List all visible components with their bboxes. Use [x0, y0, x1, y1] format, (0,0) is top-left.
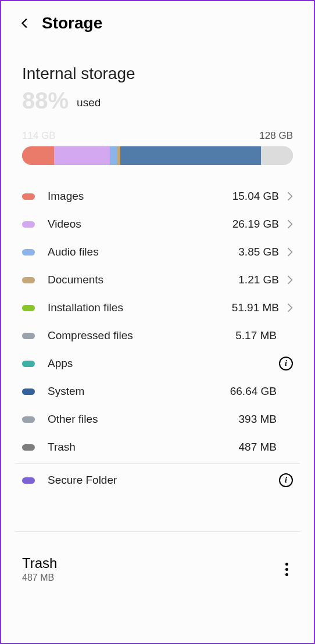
category-label: System: [48, 385, 230, 398]
category-row[interactable]: Trash487 MB: [22, 433, 293, 461]
bar-segment: [54, 146, 110, 165]
divider: [15, 463, 300, 464]
category-row[interactable]: Audio files3.85 GB: [22, 238, 293, 266]
category-row[interactable]: Documents1.21 GB: [22, 266, 293, 294]
category-size: 393 MB: [239, 413, 277, 426]
usage-percent: 88%: [22, 88, 69, 114]
header: Storage: [1, 1, 314, 38]
category-color-dot: [22, 249, 35, 256]
category-label: Installation files: [48, 301, 232, 314]
category-row[interactable]: Compressed files5.17 MB: [22, 322, 293, 350]
more-menu-icon[interactable]: [281, 558, 293, 581]
category-color-dot: [22, 221, 35, 228]
usage-row: 88% used: [1, 88, 314, 114]
category-color-dot: [22, 416, 35, 423]
divider: [15, 531, 300, 532]
bar-used-label: 114 GB: [22, 130, 56, 142]
chevron-right-icon: [287, 275, 293, 285]
category-color-dot: [22, 444, 35, 451]
used-label: used: [77, 96, 101, 109]
trash-size: 487 MB: [22, 573, 281, 583]
trash-title: Trash: [22, 555, 281, 571]
category-label: Audio files: [48, 246, 238, 258]
category-color-dot: [22, 277, 35, 283]
category-label: Apps: [48, 357, 279, 370]
bar-total-label: 128 GB: [259, 130, 293, 142]
category-size: 26.19 GB: [232, 218, 279, 231]
category-label: Secure Folder: [48, 474, 279, 487]
trash-section[interactable]: Trash 487 MB: [1, 534, 314, 583]
info-icon[interactable]: i: [279, 357, 293, 370]
category-label: Videos: [48, 218, 232, 231]
category-color-dot: [22, 361, 35, 367]
section-title: Internal storage: [1, 38, 314, 88]
category-size: 15.04 GB: [232, 190, 279, 203]
category-size: 3.85 GB: [238, 246, 279, 258]
category-row[interactable]: Appsi: [22, 350, 293, 377]
category-row[interactable]: Videos26.19 GB: [22, 210, 293, 238]
category-row[interactable]: Secure Folderi: [22, 466, 293, 494]
category-row[interactable]: Images15.04 GB: [22, 182, 293, 210]
category-color-dot: [22, 193, 35, 200]
bar-segment: [261, 146, 293, 165]
category-row[interactable]: System66.64 GB: [22, 377, 293, 405]
bar-segment: [22, 146, 54, 165]
bar-segment: [110, 146, 118, 165]
category-label: Images: [48, 190, 232, 203]
back-icon[interactable]: [19, 17, 31, 30]
category-size: 66.64 GB: [230, 385, 277, 398]
bar-labels: 114 GB 128 GB: [1, 114, 314, 144]
bar-segment: [120, 146, 262, 165]
category-color-dot: [22, 477, 35, 484]
category-size: 5.17 MB: [235, 329, 277, 342]
storage-bar: [22, 146, 293, 165]
category-size: 1.21 GB: [238, 274, 279, 286]
category-label: Documents: [48, 274, 238, 286]
category-label: Compressed files: [48, 329, 235, 342]
info-icon[interactable]: i: [279, 473, 293, 487]
page-title: Storage: [42, 14, 102, 33]
category-row[interactable]: Other files393 MB: [22, 405, 293, 433]
category-color-dot: [22, 305, 35, 311]
category-color-dot: [22, 333, 35, 339]
chevron-right-icon: [287, 191, 293, 202]
category-list: Images15.04 GBVideos26.19 GBAudio files3…: [1, 182, 314, 494]
category-color-dot: [22, 388, 35, 395]
chevron-right-icon: [287, 219, 293, 229]
chevron-right-icon: [287, 247, 293, 257]
chevron-right-icon: [287, 303, 293, 313]
category-label: Other files: [48, 413, 239, 426]
category-row[interactable]: Installation files51.91 MB: [22, 294, 293, 322]
category-label: Trash: [48, 441, 239, 454]
category-size: 51.91 MB: [232, 301, 279, 314]
category-size: 487 MB: [239, 441, 277, 454]
